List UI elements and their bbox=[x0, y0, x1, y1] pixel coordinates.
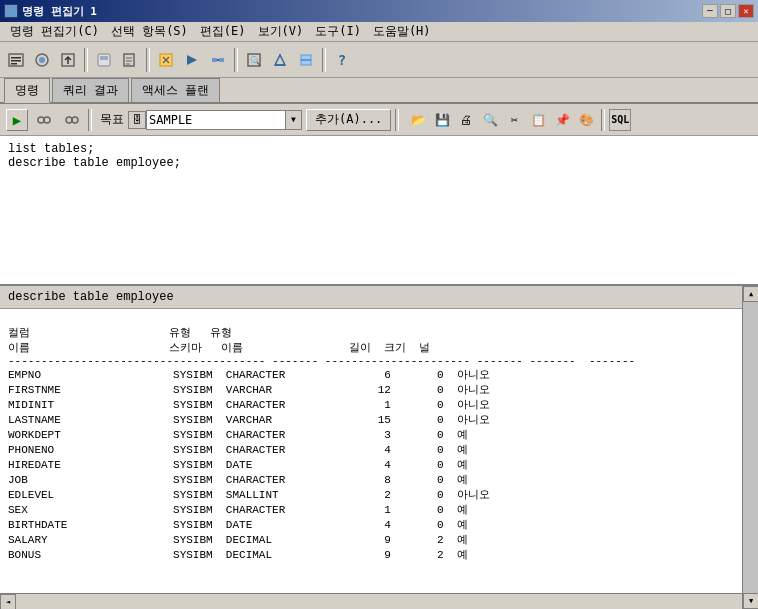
svg-rect-18 bbox=[212, 58, 217, 62]
row-11: SALARY SYSIBM DECIMAL 9 2 예 bbox=[8, 534, 468, 546]
action-icons: 📂 💾 🖨 🔍 ✂ 📋 📌 🎨 bbox=[407, 109, 597, 131]
toolbar-sep-2 bbox=[146, 48, 150, 72]
tab-bar: 명령 쿼리 결과 액세스 플랜 bbox=[0, 78, 758, 104]
row-1: FIRSTNME SYSIBM VARCHAR 12 0 아니오 bbox=[8, 384, 490, 396]
table-dropdown[interactable]: 🗄 ▼ bbox=[128, 110, 302, 130]
tab-query[interactable]: 쿼리 결과 bbox=[52, 78, 129, 102]
run-button[interactable]: ▶ bbox=[6, 109, 28, 131]
menu-help[interactable]: 도움말(H) bbox=[367, 21, 437, 42]
toolbar-btn-11[interactable] bbox=[294, 48, 318, 72]
maximize-button[interactable]: □ bbox=[720, 4, 736, 18]
scroll-track-v[interactable] bbox=[743, 309, 758, 593]
row-7: JOB SYSIBM CHARACTER 8 0 예 bbox=[8, 474, 468, 486]
menu-select-item[interactable]: 선택 항목(S) bbox=[105, 21, 194, 42]
print-btn[interactable]: 🖨 bbox=[455, 109, 477, 131]
toolbar-btn-9[interactable]: 🔍 bbox=[242, 48, 266, 72]
toolbar-btn-6[interactable] bbox=[154, 48, 178, 72]
toolbar-btn-7[interactable] bbox=[180, 48, 204, 72]
svg-rect-19 bbox=[219, 58, 224, 62]
scroll-left-button[interactable]: ◄ bbox=[0, 594, 16, 610]
toolbar-sep-4 bbox=[322, 48, 326, 72]
color-btn[interactable]: 🎨 bbox=[575, 109, 597, 131]
toolbar-btn-3[interactable] bbox=[56, 48, 80, 72]
svg-rect-31 bbox=[71, 118, 73, 122]
open-folder-btn[interactable]: 📂 bbox=[407, 109, 429, 131]
svg-point-27 bbox=[44, 117, 50, 123]
scrollbar-vertical: ▲ ▼ bbox=[742, 309, 758, 593]
scrollbar-horizontal: ◄ ► bbox=[0, 593, 758, 609]
results-content: 컬럼 유형 유형 이름 스키마 이름 길이 크기 널 -------------… bbox=[0, 309, 758, 578]
action-sep-1 bbox=[88, 109, 92, 131]
row-2: MIDINIT SYSIBM CHARACTER 1 0 아니오 bbox=[8, 399, 490, 411]
search-btn[interactable]: 🔍 bbox=[479, 109, 501, 131]
svg-rect-1 bbox=[11, 57, 21, 59]
results-table-container[interactable]: 컬럼 유형 유형 이름 스키마 이름 길이 크기 널 -------------… bbox=[0, 309, 758, 593]
svg-rect-3 bbox=[11, 63, 17, 65]
row-8: EDLEVEL SYSIBM SMALLINT 2 0 아니오 bbox=[8, 489, 490, 501]
row-5: PHONENO SYSIBM CHARACTER 4 0 예 bbox=[8, 444, 468, 456]
tab-access[interactable]: 액세스 플랜 bbox=[131, 78, 220, 102]
row-4: WORKDEPT SYSIBM CHARACTER 3 0 예 bbox=[8, 429, 468, 441]
toolbar-sep-3 bbox=[234, 48, 238, 72]
title-bar-left: 명령 편집기 1 bbox=[4, 4, 97, 19]
row-3: LASTNAME SYSIBM VARCHAR 15 0 아니오 bbox=[8, 414, 490, 426]
row-10: BIRTHDATE SYSIBM DATE 4 0 예 bbox=[8, 519, 468, 531]
title-bar: 명령 편집기 1 ─ □ ✕ bbox=[0, 0, 758, 22]
row-9: SEX SYSIBM CHARACTER 1 0 예 bbox=[8, 504, 468, 516]
toolbar-btn-5[interactable] bbox=[118, 48, 142, 72]
table-input[interactable] bbox=[146, 110, 286, 130]
table-label: 목표 bbox=[100, 111, 124, 128]
menu-tools[interactable]: 도구(I) bbox=[309, 21, 367, 42]
row-12: BONUS SYSIBM DECIMAL 9 2 예 bbox=[8, 549, 468, 561]
col-separator: --------------------------------------- … bbox=[8, 355, 635, 367]
col-header: 컬럼 유형 유형 이름 스키마 이름 길이 크기 널 bbox=[8, 327, 430, 354]
toolbar-btn-1[interactable] bbox=[4, 48, 28, 72]
cut-btn[interactable]: ✂ bbox=[503, 109, 525, 131]
editor-area[interactable]: list tables; describe table employee; bbox=[0, 136, 758, 286]
dropdown-arrow[interactable]: ▼ bbox=[286, 110, 302, 130]
minimize-button[interactable]: ─ bbox=[702, 4, 718, 18]
action-bar: ▶ 목표 🗄 ▼ 추가(A)... 📂 💾 🖨 🔍 ✂ 📋 📌 🎨 SQL bbox=[0, 104, 758, 136]
help-icon-btn[interactable]: ? bbox=[330, 48, 354, 72]
toolbar-btn-10[interactable] bbox=[268, 48, 292, 72]
language-btn[interactable]: SQL bbox=[609, 109, 631, 131]
window-title: 명령 편집기 1 bbox=[22, 4, 97, 19]
action-sep-2 bbox=[395, 109, 399, 131]
svg-text:🔍: 🔍 bbox=[250, 55, 262, 67]
toolbar-btn-2[interactable] bbox=[30, 48, 54, 72]
close-button[interactable]: ✕ bbox=[738, 4, 754, 18]
menu-cmd-editor[interactable]: 명령 편집기(C) bbox=[4, 21, 105, 42]
toolbar-btn-8[interactable] bbox=[206, 48, 230, 72]
svg-marker-17 bbox=[187, 55, 197, 65]
copy-btn[interactable]: 📋 bbox=[527, 109, 549, 131]
toolbar-sep-1 bbox=[84, 48, 88, 72]
row-6: HIREDATE SYSIBM DATE 4 0 예 bbox=[8, 459, 468, 471]
results-area: describe table employee 컬럼 유형 유형 이름 스키마 … bbox=[0, 286, 758, 609]
action-btn-3[interactable] bbox=[60, 108, 84, 132]
svg-rect-2 bbox=[11, 60, 21, 62]
action-sep-3 bbox=[601, 109, 605, 131]
svg-rect-9 bbox=[100, 56, 108, 60]
main-content: list tables; describe table employee; de… bbox=[0, 136, 758, 609]
paste-btn[interactable]: 📌 bbox=[551, 109, 573, 131]
save-btn[interactable]: 💾 bbox=[431, 109, 453, 131]
table-icon: 🗄 bbox=[128, 111, 146, 129]
title-controls: ─ □ ✕ bbox=[702, 4, 754, 18]
toolbar: 🔍 ? bbox=[0, 42, 758, 78]
svg-point-5 bbox=[39, 57, 45, 63]
menu-view[interactable]: 보기(V) bbox=[252, 21, 310, 42]
menu-bar: 명령 편집기(C) 선택 항목(S) 편집(E) 보기(V) 도구(I) 도움말… bbox=[0, 22, 758, 42]
results-header: describe table employee bbox=[0, 286, 758, 309]
add-button[interactable]: 추가(A)... bbox=[306, 109, 391, 131]
tab-cmd[interactable]: 명령 bbox=[4, 78, 50, 103]
row-0: EMPNO SYSIBM CHARACTER 6 0 아니오 bbox=[8, 369, 490, 381]
action-btn-2[interactable] bbox=[32, 108, 56, 132]
app-icon bbox=[4, 4, 18, 18]
toolbar-btn-4[interactable] bbox=[92, 48, 116, 72]
menu-edit[interactable]: 편집(E) bbox=[194, 21, 252, 42]
svg-point-26 bbox=[38, 117, 44, 123]
